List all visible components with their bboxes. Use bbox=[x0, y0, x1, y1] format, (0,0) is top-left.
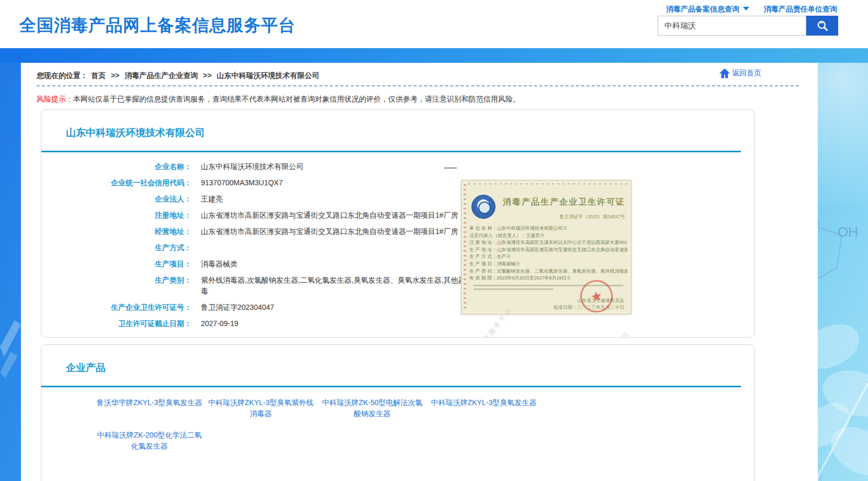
product-list: 鲁沃华宇牌ZKYL-3型臭氧发生器 中科瑞沃牌ZKYL-3型臭氧紫外线消毒器 中… bbox=[96, 397, 567, 462]
field-label: 注册地址： bbox=[41, 210, 191, 221]
field-row: 生产类别：紫外线消毒器,次氯酸钠发生器,二氧化氯发生器,臭氧发生器、臭氧水发生器… bbox=[41, 275, 483, 297]
breadcrumb-current: 山东中科瑞沃环境技术有限公司 bbox=[217, 71, 319, 80]
nav-record-info-query[interactable]: 消毒产品备案信息查询 bbox=[666, 5, 739, 13]
certificate-lines: 单 位 名 称：山东中科瑞沃环境技术有限公司※ 法定代表人（或负责人）：王建亮※… bbox=[469, 225, 627, 282]
content-panel: 您现在的位置：首页 >> 消毒产品生产企业查询 >> 山东中科瑞沃环境技术有限公… bbox=[21, 63, 818, 481]
certificate-photo: 消毒产品生产企业卫生许可证 鲁卫消证字（2023）第04047号 单 位 名 称… bbox=[461, 180, 632, 315]
health-emblem-icon bbox=[471, 195, 495, 219]
product-link[interactable]: 中科瑞沃牌ZKYL-3型臭氧发生器 bbox=[430, 397, 537, 419]
certificate-line: 生 产 类 别：次氯酸钠发生器、二氧化氯发生器、臭氧发生器、紫外线消毒器※ bbox=[469, 268, 627, 275]
back-home-link[interactable]: 返回首页 bbox=[718, 68, 761, 79]
certificate-edge-decoration bbox=[464, 184, 466, 310]
company-fields: 企业名称：山东中科瑞沃环境技术有限公司 企业统一社会信用代码：91370700M… bbox=[41, 161, 483, 334]
search-icon bbox=[816, 19, 829, 32]
field-label: 卫生许可证截止日期： bbox=[41, 318, 191, 329]
breadcrumb-section-link[interactable]: 消毒产品生产企业查询 bbox=[125, 71, 198, 80]
field-label: 生产企业卫生许可证号： bbox=[41, 302, 191, 313]
dashed-divider bbox=[37, 85, 799, 86]
photo-artifact-dash bbox=[444, 167, 457, 169]
risk-notice-label: 风险提示： bbox=[37, 95, 73, 103]
field-value: 紫外线消毒器,次氯酸钠发生器,二氧化氯发生器,臭氧发生器、臭氧水发生器,其他器械… bbox=[201, 275, 483, 297]
field-row: 企业法人：王建亮 bbox=[41, 194, 483, 205]
field-row: 经营地址：山东省潍坊市高新区潍安路与宝通街交叉路口东北角自动变速器一期项目1#厂… bbox=[41, 226, 483, 237]
field-label: 生产项目： bbox=[41, 259, 191, 270]
field-value: 2027-09-19 bbox=[201, 318, 483, 329]
top-nav: 消毒产品备案信息查询 消毒产品责任单位查询 bbox=[666, 5, 844, 14]
field-row: 生产方式： bbox=[41, 242, 483, 253]
breadcrumb-separator: >> bbox=[111, 71, 119, 80]
product-link[interactable]: 鲁沃华宇牌ZKYL-3型臭氧发生器 bbox=[96, 397, 203, 419]
svg-text:OH: OH bbox=[838, 224, 858, 240]
field-label: 企业名称： bbox=[41, 161, 191, 172]
back-home-label: 返回首页 bbox=[732, 69, 761, 78]
nav-responsible-unit-query[interactable]: 消毒产品责任单位查询 bbox=[764, 5, 837, 13]
search-bar bbox=[658, 16, 838, 36]
chevron-down-icon[interactable] bbox=[743, 7, 749, 10]
field-value: 山东省潍坊市高新区潍安路与宝通街交叉路口东北角自动变速器一期项目1#厂房 bbox=[201, 226, 483, 237]
site-header: 全国消毒产品网上备案信息服务平台 消毒产品备案信息查询 消毒产品责任单位查询 bbox=[0, 0, 868, 48]
watermark-text: 全国消毒产品网上备案信息服务平台 bbox=[542, 329, 632, 338]
certificate-number: 鲁卫消证字（2023）第04047号 bbox=[559, 214, 625, 220]
field-value: 山东中科瑞沃环境技术有限公司 bbox=[201, 161, 483, 172]
card-title-underline bbox=[41, 151, 741, 152]
field-label: 生产类别： bbox=[41, 275, 191, 297]
breadcrumb-separator: >> bbox=[203, 71, 211, 80]
field-row: 注册地址：山东省潍坊市高新区潍安路与宝通街交叉路口东北角自动变速器一期项目1#厂… bbox=[41, 210, 483, 221]
field-label: 生产方式： bbox=[41, 242, 191, 253]
certificate-line: 法定代表人（或负责人）：王建亮※ bbox=[469, 232, 627, 240]
seal-star: ★ bbox=[589, 287, 604, 305]
field-row: 生产项目：消毒器械类 bbox=[41, 259, 483, 270]
certificate-fineprint bbox=[474, 288, 553, 290]
risk-notice-text: 本网站仅基于已掌握的信息提供查询服务，查询结果不代表本网站对被查询对象信用状况的… bbox=[73, 95, 520, 103]
certificate-line: 生 产 方 式：生产※ bbox=[469, 253, 627, 261]
search-input[interactable] bbox=[658, 16, 806, 36]
certificate-title: 消毒产品生产企业卫生许可证 bbox=[503, 197, 625, 208]
home-icon bbox=[718, 68, 731, 79]
company-products-card: 企业产品 鲁沃华宇牌ZKYL-3型臭氧发生器 中科瑞沃牌ZKYL-3型臭氧紫外线… bbox=[41, 344, 755, 481]
product-link[interactable]: 中科瑞沃牌ZKYL-3型臭氧紫外线消毒器 bbox=[207, 397, 314, 419]
field-value: 王建亮 bbox=[201, 194, 483, 205]
certificate-edge-decoration bbox=[468, 183, 627, 185]
company-info-card: 山东中科瑞沃环境技术有限公司 企业名称：山东中科瑞沃环境技术有限公司 企业统一社… bbox=[41, 109, 755, 338]
certificate-line: 单 位 名 称：山东中科瑞沃环境技术有限公司※ bbox=[469, 225, 627, 232]
field-label: 经营地址： bbox=[41, 226, 191, 237]
field-row: 生产企业卫生许可证号：鲁卫消证字202304047 bbox=[41, 302, 483, 313]
risk-notice: 风险提示：本网站仅基于已掌握的信息提供查询服务，查询结果不代表本网站对被查询对象… bbox=[37, 95, 520, 104]
banner-strip bbox=[0, 48, 868, 63]
field-row: 企业统一社会信用代码：91370700MA3M3U1QX7 bbox=[41, 177, 483, 188]
field-label: 企业统一社会信用代码： bbox=[41, 177, 191, 188]
product-link[interactable]: 中科瑞沃牌ZK-50型电解法次氯酸钠发生器 bbox=[319, 397, 426, 419]
certificate-line: 有 效 期 限：2023年9月20日至2027年9月19日※ bbox=[469, 275, 627, 282]
breadcrumb-prefix: 您现在的位置： bbox=[37, 71, 88, 80]
certificate-line: 生 产 地 址：山东省潍坊市高新区潍安路与宝通街交叉路口东北角自动变速器一期项目… bbox=[469, 247, 627, 254]
site-title: 全国消毒产品网上备案信息服务平台 bbox=[19, 14, 296, 37]
field-value: 91370700MA3M3U1QX7 bbox=[201, 177, 483, 188]
field-value: 山东省潍坊市高新区潍安路与宝通街交叉路口东北角自动变速器一期项目1#厂房 bbox=[201, 210, 483, 221]
field-value: 鲁卫消证字202304047 bbox=[201, 302, 483, 313]
certificate-line: 注 册 地 址：山东省潍坊市高新区玉清东街以北中心次干道以西高新大厦902号科研 bbox=[469, 239, 627, 247]
field-row: 卫生许可证截止日期：2027-09-19 bbox=[41, 318, 483, 329]
breadcrumb: 您现在的位置：首页 >> 消毒产品生产企业查询 >> 山东中科瑞沃环境技术有限公… bbox=[37, 71, 322, 81]
card-title-underline bbox=[41, 386, 741, 387]
certificate-line: 生 产 项 目：消毒器械※ bbox=[469, 261, 627, 268]
left-band-decoration bbox=[0, 273, 21, 378]
field-value bbox=[201, 242, 483, 253]
breadcrumb-home-link[interactable]: 首页 bbox=[91, 71, 106, 80]
company-card-title: 山东中科瑞沃环境技术有限公司 bbox=[66, 126, 205, 140]
product-link[interactable]: 中科瑞沃牌ZK-200型化学法二氧化氯发生器 bbox=[96, 430, 203, 452]
field-value: 消毒器械类 bbox=[201, 259, 483, 270]
field-row: 企业名称：山东中科瑞沃环境技术有限公司 bbox=[41, 161, 483, 172]
field-label: 企业法人： bbox=[41, 194, 191, 205]
products-card-title: 企业产品 bbox=[66, 361, 106, 375]
search-button[interactable] bbox=[806, 16, 838, 36]
